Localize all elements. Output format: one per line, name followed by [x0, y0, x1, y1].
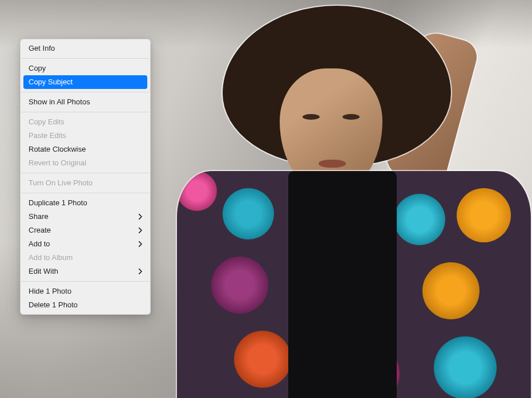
menu-item-label: Add to	[29, 239, 139, 249]
menu-item-copy-subject[interactable]: Copy Subject	[23, 75, 147, 89]
menu-item-edit-with[interactable]: Edit With	[21, 265, 150, 278]
menu-separator	[21, 92, 150, 92]
menu-separator	[21, 193, 150, 193]
menu-item-label: Turn On Live Photo	[29, 178, 142, 188]
menu-item-show-in-all-photos[interactable]: Show in All Photos	[21, 95, 150, 109]
menu-item-duplicate-1-photo[interactable]: Duplicate 1 Photo	[21, 196, 150, 210]
menu-item-label: Duplicate 1 Photo	[29, 198, 142, 208]
chevron-right-icon	[139, 214, 142, 220]
menu-item-label: Hide 1 Photo	[29, 286, 142, 297]
menu-item-label: Paste Edits	[29, 131, 142, 141]
menu-item-hide-1-photo[interactable]: Hide 1 Photo	[21, 285, 150, 298]
photo-subject	[177, 6, 525, 398]
menu-item-label: Copy	[29, 63, 142, 74]
menu-item-get-info[interactable]: Get Info	[21, 42, 150, 55]
menu-separator	[21, 173, 150, 173]
menu-item-rotate-clockwise[interactable]: Rotate Clockwise	[21, 143, 150, 156]
subject-shirt	[288, 171, 397, 398]
menu-item-share[interactable]: Share	[21, 210, 150, 224]
menu-item-paste-edits: Paste Edits	[21, 129, 150, 143]
menu-item-label: Revert to Original	[29, 158, 142, 168]
menu-item-copy[interactable]: Copy	[21, 62, 150, 75]
menu-item-label: Show in All Photos	[29, 97, 142, 107]
menu-item-add-to-album: Add to Album	[21, 251, 150, 265]
chevron-right-icon	[139, 269, 142, 274]
chevron-right-icon	[139, 241, 142, 247]
menu-item-delete-1-photo[interactable]: Delete 1 Photo	[21, 298, 150, 312]
menu-item-turn-on-live-photo: Turn On Live Photo	[21, 176, 150, 190]
menu-item-label: Copy Edits	[29, 117, 142, 127]
menu-separator	[21, 112, 150, 112]
menu-separator	[21, 281, 150, 282]
menu-item-label: Edit With	[29, 266, 139, 277]
menu-item-label: Create	[29, 225, 139, 235]
menu-item-label: Get Info	[29, 43, 142, 54]
menu-item-add-to[interactable]: Add to	[21, 237, 150, 251]
menu-item-label: Rotate Clockwise	[29, 144, 142, 155]
menu-item-label: Add to Album	[29, 253, 142, 263]
context-menu[interactable]: Get InfoCopyCopy SubjectShow in All Phot…	[20, 39, 151, 315]
menu-item-label: Delete 1 Photo	[29, 300, 142, 310]
chevron-right-icon	[139, 228, 142, 233]
menu-separator	[21, 58, 150, 59]
menu-item-copy-edits: Copy Edits	[21, 115, 150, 129]
menu-item-label: Share	[29, 212, 139, 222]
menu-item-revert-to-original: Revert to Original	[21, 156, 150, 170]
menu-item-create[interactable]: Create	[21, 224, 150, 237]
menu-item-label: Copy Subject	[29, 77, 142, 87]
